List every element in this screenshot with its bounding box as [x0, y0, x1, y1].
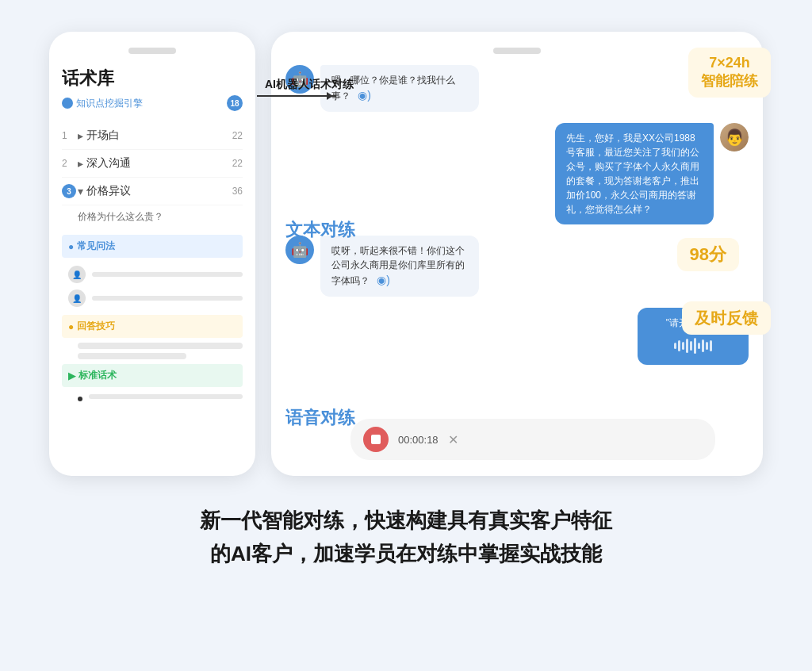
right-chat-panel: 7×24h智能陪练 🤖 嗯，哪位？你是谁？找我什么事？ ◉) 👨 先生，您好，我… [271, 32, 763, 476]
score-badge: 98分 [677, 238, 739, 271]
menu-item-2[interactable]: 2 ▸ 深入沟通 22 [62, 150, 243, 178]
menu-arrow-3: ▾ [78, 185, 83, 197]
menu-item-3[interactable]: 3 ▾ 价格异议 36 [62, 178, 243, 205]
chat-notch [493, 48, 541, 54]
badge-timely: 及时反馈 [682, 301, 771, 335]
voice-practice-label: 语音对练 [285, 406, 355, 430]
standard-icon: ▶ [68, 370, 75, 382]
menu-num-1: 1 [62, 130, 78, 141]
section-header-standard: ▶ 标准话术 [62, 364, 243, 387]
menu-arrow-2: ▸ [78, 157, 83, 170]
arrow-wrapper: AI机器人话术对练 [257, 95, 336, 97]
bubble-text-2: 先生，您好，我是XX公司1988号客服，最近您关注了我们的公众号，购买了字体个人… [566, 132, 699, 215]
avatar-line-1 [92, 272, 243, 277]
arrow-connector: AI机器人话术对练 [257, 95, 336, 97]
wave-10 [710, 340, 712, 351]
standard-label: 标准话术 [79, 369, 117, 382]
human-face: 👨 [720, 123, 749, 151]
chat-message-1: 🤖 嗯，哪位？你是谁？找我什么事？ ◉) [285, 65, 749, 112]
left-phone-panel: 话术库 知识点挖掘引擎 18 1 ▸ 开场白 22 2 ▸ 深入沟通 22 3 … [49, 32, 255, 476]
standard-dot-row [62, 392, 243, 401]
wave-3 [682, 342, 684, 350]
panel-title: 话术库 [62, 67, 243, 90]
avatar-line-2 [92, 296, 243, 301]
voice-controls-bar: 00:00:18 ✕ [350, 414, 715, 460]
bottom-line-1: 新一代智能对练，快速构建具有真实客户特征 [200, 504, 612, 538]
placeholder-1 [78, 343, 243, 349]
wave-7 [698, 343, 700, 349]
placeholder-2 [78, 353, 186, 359]
stop-icon [371, 435, 381, 444]
menu-label-3: 价格异议 [86, 184, 232, 198]
menu-label-2: 深入沟通 [86, 156, 232, 171]
chat-bubble-2: 先生，您好，我是XX公司1988号客服，最近您关注了我们的公众号，购买了字体个人… [555, 123, 714, 224]
faq-label: 常见问法 [77, 240, 115, 253]
subtitle-text: 知识点挖掘引擎 [76, 97, 143, 110]
sound-icon-1: ◉) [358, 89, 371, 102]
sub-question: 价格为什么这么贵？ [62, 205, 243, 230]
phone-notch [128, 48, 176, 54]
close-button[interactable]: ✕ [448, 432, 458, 447]
section-header-tips: ● 回答技巧 [62, 315, 243, 338]
chat-message-4: "请开始发言" [285, 308, 749, 365]
menu-label-1: 开场白 [86, 128, 232, 143]
bottom-line-2: 的AI客户，加速学员在对练中掌握实战技能 [200, 538, 612, 571]
arrow-line [257, 95, 336, 97]
timer-display: 00:00:18 [398, 434, 439, 446]
avatar-row-2: 👤 [62, 286, 243, 310]
arrow-label: AI机器人话术对练 [265, 78, 354, 92]
menu-num-3: 3 [62, 184, 76, 198]
wave-4 [686, 339, 688, 353]
sound-icon-2: ◉) [377, 274, 390, 286]
badge-247-text: 7×24h智能陪练 [701, 55, 758, 89]
bottom-text-block: 新一代智能对练，快速构建具有真实客户特征 的AI客户，加速学员在对练中掌握实战技… [200, 504, 612, 570]
wave-5 [690, 341, 692, 351]
menu-num-2: 2 [62, 158, 78, 169]
record-stop-button[interactable] [363, 427, 389, 452]
panel-subtitle: 知识点挖掘引擎 18 [62, 95, 243, 111]
bubble-text-3: 哎呀，听起来很不错！你们这个公司永久商用是你们库里所有的字体吗？ [331, 245, 465, 286]
chat-bubble-3: 哎呀，听起来很不错！你们这个公司永久商用是你们库里所有的字体吗？ ◉) [320, 236, 479, 297]
subtitle-dot [62, 98, 73, 109]
avatar-2: 👤 [68, 289, 86, 307]
menu-count-1: 22 [232, 130, 243, 141]
wave-9 [706, 342, 708, 350]
standard-line [89, 394, 243, 399]
section-header-faq: ● 常见问法 [62, 235, 243, 258]
menu-count-3: 36 [232, 186, 243, 197]
wave-6 [694, 338, 696, 354]
voice-controls: 00:00:18 ✕ [350, 419, 715, 460]
faq-icon: ● [68, 241, 74, 252]
wave-1 [674, 343, 676, 349]
menu-arrow-1: ▸ [78, 129, 83, 142]
text-practice-label: 文本对练 [285, 218, 355, 242]
avatar-1: 👤 [68, 266, 86, 283]
main-ui-container: 话术库 知识点挖掘引擎 18 1 ▸ 开场白 22 2 ▸ 深入沟通 22 3 … [49, 32, 763, 476]
wave-2 [678, 340, 680, 351]
menu-item-1[interactable]: 1 ▸ 开场白 22 [62, 122, 243, 150]
tips-icon: ● [68, 321, 74, 332]
badge-count: 18 [227, 95, 243, 111]
human-avatar-1: 👨 [720, 123, 749, 151]
menu-count-2: 22 [232, 158, 243, 169]
tips-label: 回答技巧 [77, 320, 115, 333]
standard-bullet [78, 397, 82, 401]
wave-8 [702, 339, 704, 352]
chat-message-2: 👨 先生，您好，我是XX公司1988号客服，最近您关注了我们的公众号，购买了字体… [285, 123, 749, 224]
waveform [674, 338, 712, 354]
badge-247: 7×24h智能陪练 [688, 48, 771, 98]
avatar-row-1: 👤 [62, 263, 243, 286]
